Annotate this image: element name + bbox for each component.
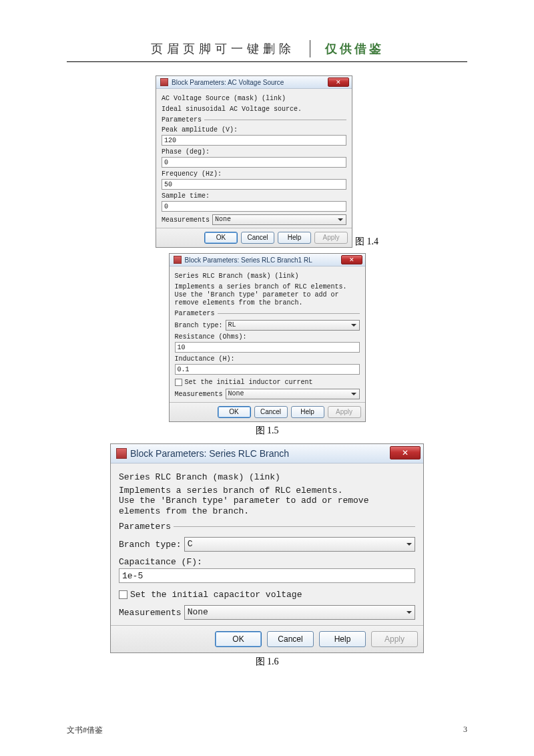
cancel-button[interactable]: Cancel <box>254 406 288 418</box>
window-title: Block Parameters: AC Voltage Source <box>172 79 284 86</box>
app-icon <box>116 448 127 459</box>
cancel-button[interactable]: Cancel <box>241 232 274 244</box>
initial-capacitor-label: Set the initial capacitor voltage <box>130 590 302 600</box>
titlebar[interactable]: Block Parameters: AC Voltage Source ✕ <box>156 76 352 89</box>
titlebar[interactable]: Block Parameters: Series RLC Branch ✕ <box>111 444 423 463</box>
header-right-text: 仅供借鉴 <box>316 41 384 57</box>
dialog-ac-voltage-source: Block Parameters: AC Voltage Source ✕ AC… <box>156 75 352 248</box>
close-button[interactable]: ✕ <box>341 255 362 264</box>
close-button[interactable]: ✕ <box>390 446 421 459</box>
mask-line: Series RLC Branch (mask) (link) <box>175 272 360 280</box>
branch-type-select[interactable]: C <box>184 537 415 552</box>
description: Implements a series branch of RLC elemen… <box>175 283 360 307</box>
apply-button[interactable]: Apply <box>371 631 418 647</box>
description: Implements a series branch of RLC elemen… <box>119 486 415 517</box>
capacitance-label: Capacitance (F): <box>119 557 415 567</box>
phase-input[interactable] <box>162 157 346 168</box>
capacitance-input[interactable] <box>119 568 415 583</box>
measurements-select[interactable]: None <box>226 389 360 399</box>
section-title: Parameters <box>119 522 171 532</box>
close-button[interactable]: ✕ <box>328 77 349 87</box>
cancel-button[interactable]: Cancel <box>267 631 314 647</box>
button-row: OK Cancel Help Apply <box>170 402 365 421</box>
inductance-label: Inductance (H): <box>175 355 360 363</box>
peak-input[interactable] <box>162 135 346 146</box>
footer-page-number: 3 <box>463 725 467 736</box>
freq-input[interactable] <box>162 179 346 190</box>
freq-label: Frequency (Hz): <box>162 170 346 178</box>
app-icon <box>160 78 168 86</box>
measurements-label: Measurements <box>119 608 182 618</box>
initial-inductor-label: Set the initial inductor current <box>185 379 313 386</box>
initial-capacitor-checkbox[interactable] <box>119 590 127 599</box>
resistance-input[interactable] <box>175 342 360 353</box>
app-icon <box>174 256 182 264</box>
page-footer: 文书#借鉴 3 <box>67 725 467 736</box>
button-row: OK Cancel Help Apply <box>156 228 352 247</box>
help-button[interactable]: Help <box>278 232 311 244</box>
help-button[interactable]: Help <box>319 631 366 647</box>
sample-label: Sample time: <box>162 192 346 200</box>
window-title: Block Parameters: Series RLC Branch1 RL <box>185 256 312 264</box>
dialog-series-rlc-rl: Block Parameters: Series RLC Branch1 RL … <box>169 253 366 422</box>
dialog-series-rlc-c: Block Parameters: Series RLC Branch ✕ Se… <box>110 443 424 653</box>
window-title: Block Parameters: Series RLC Branch <box>130 448 289 459</box>
section-title: Parameters <box>162 116 202 124</box>
figure-caption-1-5: 图 1.5 <box>256 425 279 437</box>
mask-line: Series RLC Branch (mask) (link) <box>119 472 415 483</box>
resistance-label: Resistance (Ohms): <box>175 333 360 341</box>
apply-button[interactable]: Apply <box>314 232 348 244</box>
branch-type-label: Branch type: <box>175 322 223 329</box>
mask-line: AC Voltage Source (mask) (link) <box>162 95 346 103</box>
help-button[interactable]: Help <box>291 406 324 418</box>
button-row: OK Cancel Help Apply <box>111 625 423 652</box>
apply-button[interactable]: Apply <box>328 406 361 418</box>
header-rule <box>67 61 467 62</box>
figure-caption-1-6: 图 1.6 <box>256 656 279 668</box>
section-title: Parameters <box>175 310 215 317</box>
titlebar[interactable]: Block Parameters: Series RLC Branch1 RL … <box>170 254 365 266</box>
branch-type-label: Branch type: <box>119 540 182 550</box>
measurements-select[interactable]: None <box>184 605 415 620</box>
ok-button[interactable]: OK <box>215 631 262 647</box>
measurements-label: Measurements <box>175 391 223 398</box>
phase-label: Phase (deg): <box>162 148 346 156</box>
peak-label: Peak amplitude (V): <box>162 126 346 134</box>
sample-input[interactable] <box>162 201 346 212</box>
page-header: 页眉页脚可一键删除 仅供借鉴 <box>67 40 467 57</box>
measurements-select[interactable]: None <box>212 214 346 225</box>
measurements-label: Measurements <box>162 216 210 224</box>
figure-caption-1-4: 图 1.4 <box>355 236 378 248</box>
header-divider <box>310 40 310 57</box>
footer-left: 文书#借鉴 <box>67 725 103 736</box>
inductance-input[interactable] <box>175 364 360 375</box>
description: Ideal sinusoidal AC Voltage source. <box>162 106 346 114</box>
ok-button[interactable]: OK <box>218 406 251 418</box>
initial-inductor-checkbox[interactable] <box>175 379 182 386</box>
branch-type-select[interactable]: RL <box>226 320 360 331</box>
ok-button[interactable]: OK <box>204 232 238 244</box>
header-left-text: 页眉页脚可一键删除 <box>151 41 304 57</box>
